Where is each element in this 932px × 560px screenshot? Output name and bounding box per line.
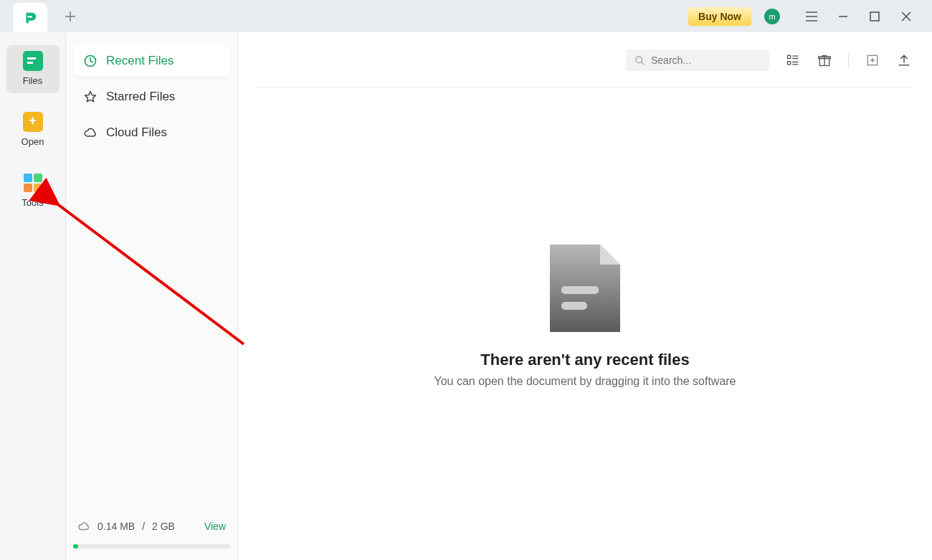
toolbar-divider xyxy=(848,53,849,67)
side-item-cloud-files[interactable]: Cloud Files xyxy=(73,117,230,148)
side-item-recent-files[interactable]: Recent Files xyxy=(73,45,230,77)
svg-rect-5 xyxy=(788,62,791,65)
empty-title: There aren't any recent files xyxy=(480,351,689,369)
storage-used: 0.14 MB xyxy=(98,521,135,532)
maximize-button[interactable] xyxy=(865,6,885,27)
gift-button[interactable] xyxy=(817,52,832,68)
list-icon xyxy=(786,53,800,67)
storage-view-link[interactable]: View xyxy=(204,521,226,532)
app-logo-icon xyxy=(22,10,38,26)
minimize-button[interactable] xyxy=(833,6,853,27)
view-list-button[interactable] xyxy=(785,52,801,68)
close-icon xyxy=(901,11,911,22)
minimize-icon xyxy=(838,11,848,22)
icon-rail: Files Open Tools xyxy=(0,32,66,560)
side-list: Recent Files Starred Files Cloud Files 0… xyxy=(66,32,238,560)
clock-icon xyxy=(83,54,98,68)
rail-item-files[interactable]: Files xyxy=(6,45,60,93)
rail-item-tools[interactable]: Tools xyxy=(6,167,60,215)
search-input[interactable] xyxy=(651,54,761,66)
hamburger-menu-button[interactable] xyxy=(802,6,822,27)
storage-progress xyxy=(73,544,230,549)
titlebar: Buy Now m xyxy=(0,0,932,32)
svg-rect-8 xyxy=(561,286,599,294)
gift-icon xyxy=(817,53,832,67)
storage-progress-fill xyxy=(73,544,78,549)
side-item-starred-files[interactable]: Starred Files xyxy=(73,81,230,113)
cloud-icon xyxy=(83,125,98,140)
storage-footer: 0.14 MB / 2 GB View xyxy=(73,513,230,540)
plus-icon xyxy=(65,11,76,22)
document-icon xyxy=(548,243,622,333)
empty-state: There aren't any recent files You can op… xyxy=(258,87,912,543)
main-panel: There aren't any recent files You can op… xyxy=(238,32,932,560)
app-tab[interactable] xyxy=(13,3,47,33)
svg-point-3 xyxy=(636,56,642,62)
empty-subtitle: You can open the document by dragging it… xyxy=(434,375,736,388)
svg-rect-1 xyxy=(870,12,879,21)
tools-grid-icon xyxy=(23,173,43,193)
side-item-label: Cloud Files xyxy=(106,125,167,140)
rail-label-tools: Tools xyxy=(6,197,60,208)
cloud-small-icon xyxy=(77,520,90,533)
storage-total: 2 GB xyxy=(152,521,175,532)
avatar[interactable]: m xyxy=(764,9,780,24)
side-item-label: Recent Files xyxy=(106,54,173,68)
upload-icon xyxy=(897,53,911,67)
rail-label-open: Open xyxy=(6,136,60,147)
toolbar xyxy=(258,49,912,71)
upload-button[interactable] xyxy=(896,52,912,68)
new-file-icon xyxy=(865,53,880,67)
svg-rect-9 xyxy=(561,302,587,310)
storage-sep: / xyxy=(142,521,145,532)
side-item-label: Starred Files xyxy=(106,90,175,104)
new-tab-button[interactable] xyxy=(54,1,86,32)
files-icon xyxy=(23,51,43,71)
search-icon xyxy=(634,55,645,66)
star-icon xyxy=(83,90,98,104)
new-file-button[interactable] xyxy=(865,52,880,68)
rail-item-open[interactable]: Open xyxy=(6,106,60,154)
svg-rect-4 xyxy=(788,55,791,58)
buy-now-button[interactable]: Buy Now xyxy=(688,7,751,26)
hamburger-icon xyxy=(805,11,818,22)
svg-rect-0 xyxy=(27,16,32,17)
open-plus-icon xyxy=(23,112,43,132)
close-button[interactable] xyxy=(896,6,916,27)
rail-label-files: Files xyxy=(6,75,60,86)
search-box[interactable] xyxy=(626,49,769,71)
maximize-icon xyxy=(870,11,880,22)
